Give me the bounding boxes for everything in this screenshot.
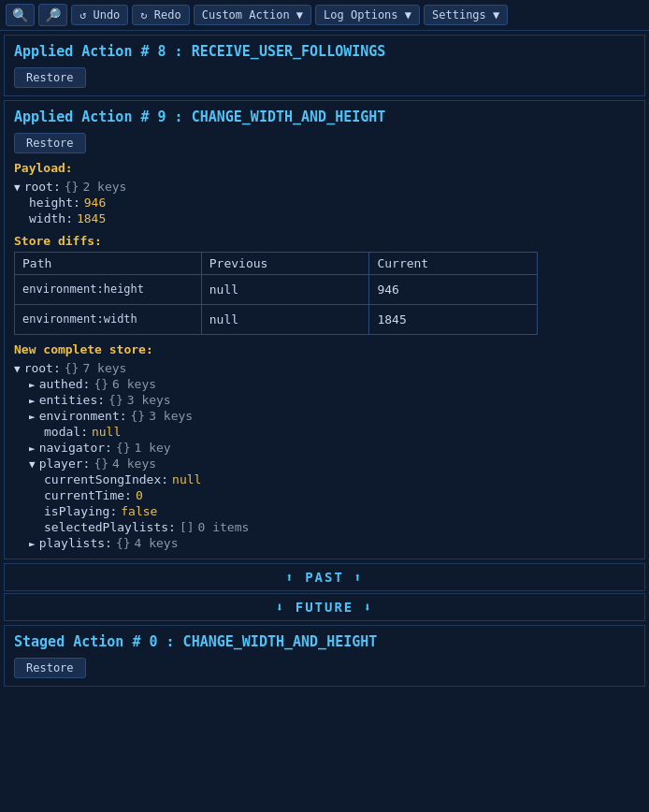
toolbar: 🔍 🔎 ↺ Undo ↻ Redo Custom Action ▼ Log Op… [0,0,649,31]
store-isplaying-key: isPlaying: [44,504,117,518]
new-store-label: New complete store: [14,342,635,356]
payload-width-val: 1845 [77,211,106,225]
store-selectedplaylists-count: 0 items [198,520,250,534]
store-currenttime-row: currentTime: 0 [44,487,635,503]
payload-height-row: height: 946 [29,195,635,210]
action-8-section: Applied Action # 8 : RECEIVE_USER_FOLLOW… [4,35,645,96]
future-banner: ⬇ FUTURE ⬇ [4,593,645,621]
store-environment-arrow[interactable]: ► [29,411,36,423]
store-environment-count: 3 keys [149,409,193,423]
zoom-in-button[interactable]: 🔎 [38,4,67,26]
prev-cell-1: null [201,275,369,305]
store-playlists-arrow[interactable]: ► [29,538,36,550]
payload-label: Payload: [14,161,635,175]
diffs-table: Path Previous Current environment:height… [14,252,538,335]
store-player-type: {} [94,457,108,471]
store-playlists-key: playlists: [39,536,112,550]
store-navigator-row: ► navigator: {} 1 key [29,440,635,456]
settings-button[interactable]: Settings ▼ [424,5,508,25]
store-root-arrow[interactable]: ▼ [14,363,21,375]
staged-action-title: Staged Action # 0 : CHANGE_WIDTH_AND_HEI… [14,633,635,650]
action-9-restore-button[interactable]: Restore [14,133,86,153]
store-navigator-key: navigator: [39,441,112,455]
store-playlists-type: {} [116,536,131,550]
store-modal-val: null [92,425,121,439]
action-9-section: Applied Action # 9 : CHANGE_WIDTH_AND_HE… [4,100,645,559]
store-player-key: player: [39,457,91,471]
store-selectedplaylists-row: selectedPlaylists: [] 0 items [44,519,635,535]
payload-width-row: width: 1845 [29,210,635,226]
store-authed-row: ► authed: {} 6 keys [29,376,635,392]
staged-restore-button[interactable]: Restore [14,658,86,678]
store-currentsongindex-val: null [172,472,201,486]
col-current: Current [369,253,538,275]
payload-width-key: width: [29,211,73,225]
payload-root-row: ▼ root: {} 2 keys [14,179,635,195]
store-isplaying-val: false [121,504,157,518]
store-entities-type: {} [108,393,123,407]
table-row: environment:width null 1845 [15,305,538,335]
store-environment-key: environment: [39,409,127,423]
action-8-title: Applied Action # 8 : RECEIVE_USER_FOLLOW… [14,43,635,60]
payload-root-count: 2 keys [82,180,126,194]
staged-action-section: Staged Action # 0 : CHANGE_WIDTH_AND_HEI… [4,625,645,687]
store-authed-type: {} [94,377,108,391]
store-player-arrow[interactable]: ▼ [29,458,36,471]
store-authed-count: 6 keys [112,377,156,391]
diffs-label: Store diffs: [14,234,635,248]
store-navigator-type: {} [116,441,131,455]
store-selectedplaylists-type: [] [180,520,195,534]
payload-root-arrow[interactable]: ▼ [14,181,21,194]
payload-height-key: height: [29,196,80,210]
store-modal-key: modal: [44,425,88,439]
custom-action-button[interactable]: Custom Action ▼ [194,5,311,25]
payload-root-type: {} [65,180,79,194]
redo-button[interactable]: ↻ Redo [132,5,189,25]
store-authed-arrow[interactable]: ► [29,379,36,391]
store-selectedplaylists-key: selectedPlaylists: [44,520,176,534]
store-navigator-count: 1 key [135,441,171,455]
past-banner: ⬆ PAST ⬆ [4,563,645,591]
curr-cell-2: 1845 [369,305,538,335]
zoom-out-button[interactable]: 🔍 [6,4,35,26]
store-authed-key: authed: [39,377,91,391]
store-environment-row: ► environment: {} 3 keys [29,408,635,424]
store-entities-count: 3 keys [127,393,171,407]
payload-height-val: 946 [84,196,106,210]
store-currentsongindex-row: currentSongIndex: null [44,471,635,487]
curr-cell-1: 946 [369,275,538,305]
log-options-button[interactable]: Log Options ▼ [315,5,420,25]
store-currenttime-val: 0 [136,488,143,502]
action-8-restore-button[interactable]: Restore [14,67,86,88]
store-navigator-arrow[interactable]: ► [29,442,36,455]
store-root-key: root: [24,361,61,375]
prev-cell-2: null [201,305,369,335]
store-root-type: {} [65,361,79,375]
store-playlists-count: 4 keys [135,536,179,550]
store-root-count: 7 keys [82,361,126,375]
payload-root-key: root: [24,180,61,194]
store-environment-type: {} [131,409,146,423]
store-player-count: 4 keys [112,457,156,471]
action-9-title: Applied Action # 9 : CHANGE_WIDTH_AND_HE… [14,109,635,125]
store-entities-arrow[interactable]: ► [29,395,36,407]
store-entities-key: entities: [39,393,105,407]
store-modal-row: modal: null [44,424,635,440]
path-cell-2: environment:width [15,305,202,335]
store-playlists-row: ► playlists: {} 4 keys [29,535,635,551]
store-currenttime-key: currentTime: [44,488,132,502]
store-currentsongindex-key: currentSongIndex: [44,472,168,486]
store-isplaying-row: isPlaying: false [44,503,635,519]
col-previous: Previous [201,253,369,275]
undo-button[interactable]: ↺ Undo [71,5,128,25]
store-root-row: ▼ root: {} 7 keys [14,360,635,376]
store-player-row: ▼ player: {} 4 keys [29,456,635,471]
table-row: environment:height null 946 [15,275,538,305]
store-entities-row: ► entities: {} 3 keys [29,392,635,408]
path-cell-1: environment:height [15,275,202,305]
col-path: Path [15,253,202,275]
